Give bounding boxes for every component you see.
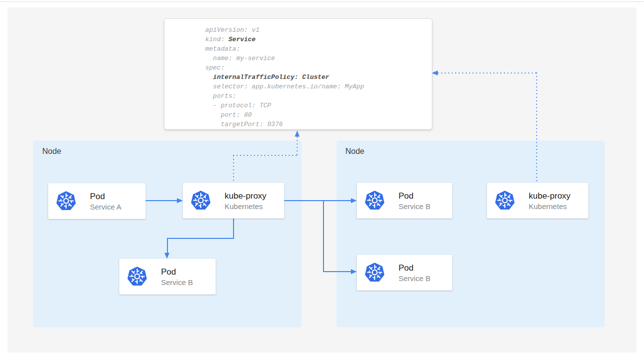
- diagram-canvas: Node Node apiVersion: v1 kind: Service m…: [0, 0, 644, 362]
- card-title: Pod: [90, 191, 121, 202]
- yaml-line: kind: Service: [205, 35, 432, 44]
- yaml-line: targetPort: 9376: [205, 120, 432, 129]
- card-subtitle: Kubernetes: [529, 202, 570, 211]
- arrowhead-right-icon: [351, 269, 357, 274]
- card-pod-service-b-left: Pod Service B: [119, 259, 216, 294]
- dotted-line-kube-proxy-right-up: [536, 72, 537, 182]
- card-subtitle: Service A: [90, 202, 121, 212]
- card-title: Pod: [399, 263, 430, 273]
- card-title: kube-proxy: [225, 191, 266, 201]
- yaml-line: ports:: [205, 91, 432, 101]
- card-subtitle: Service B: [161, 278, 193, 287]
- top-divider: [0, 1, 644, 2]
- dotted-line-to-yaml-bottom: [297, 137, 298, 155]
- kubernetes-icon: [55, 190, 77, 212]
- arrowhead-right-icon: [351, 198, 357, 203]
- yaml-line: port: 80: [205, 110, 432, 120]
- card-pod-service-b-right-top: Pod Service B: [357, 183, 452, 218]
- card-pod-service-b-right-bottom: Pod Service B: [357, 255, 452, 290]
- dotted-arrowhead-left-icon: [432, 71, 438, 75]
- kubernetes-icon: [190, 190, 212, 212]
- card-pod-service-a: Pod Service A: [48, 183, 146, 219]
- arrowhead-down-icon: [164, 253, 169, 259]
- yaml-line: - protocol: TCP: [205, 101, 432, 110]
- arrow-kube-proxy-to-pod-b-top: [284, 200, 351, 201]
- node-left: Node: [33, 141, 302, 327]
- card-subtitle: Service B: [399, 202, 430, 211]
- card-subtitle: Service B: [399, 274, 430, 283]
- dotted-line-kube-proxy-left-up: [233, 155, 234, 182]
- arrow-branch-down: [323, 200, 324, 272]
- dotted-arrowhead-up-icon: [295, 131, 300, 137]
- card-subtitle: Kubernetes: [225, 202, 266, 211]
- dotted-line-kube-proxy-left-across: [233, 155, 298, 156]
- card-title: kube-proxy: [529, 191, 570, 201]
- service-yaml-card: apiVersion: v1 kind: Service metadata: n…: [164, 18, 432, 130]
- arrow-elbow-left: [167, 238, 234, 239]
- yaml-line: metadata:: [205, 44, 432, 54]
- yaml-line: spec:: [205, 63, 432, 72]
- arrowhead-right-icon: [177, 198, 183, 203]
- kubernetes-icon: [364, 262, 386, 284]
- card-kube-proxy-left: kube-proxy Kubernetes: [183, 183, 284, 218]
- yaml-line: apiVersion: v1: [205, 25, 432, 35]
- card-kube-proxy-right: kube-proxy Kubernetes: [487, 183, 588, 218]
- arrow-pod-a-to-kube-proxy: [146, 200, 177, 201]
- kubernetes-icon: [126, 266, 148, 288]
- yaml-line: selector: app.kubernetes.io/name: MyApp: [205, 82, 432, 91]
- card-title: Pod: [161, 267, 193, 277]
- dotted-line-to-yaml-right: [438, 72, 536, 73]
- card-title: Pod: [399, 191, 430, 201]
- node-label: Node: [345, 147, 364, 156]
- yaml-line: name: my-service: [205, 54, 432, 63]
- node-label: Node: [42, 147, 61, 156]
- node-right: Node: [336, 141, 605, 327]
- yaml-line-internal-traffic-policy: internalTrafficPolicy: Cluster: [205, 72, 432, 82]
- arrow-kube-proxy-down: [233, 218, 234, 239]
- arrow-down-to-pod-b-left: [167, 238, 168, 253]
- kubernetes-icon: [364, 190, 386, 212]
- arrow-branch-to-pod-b-bottom: [323, 271, 351, 272]
- kubernetes-icon: [494, 190, 516, 212]
